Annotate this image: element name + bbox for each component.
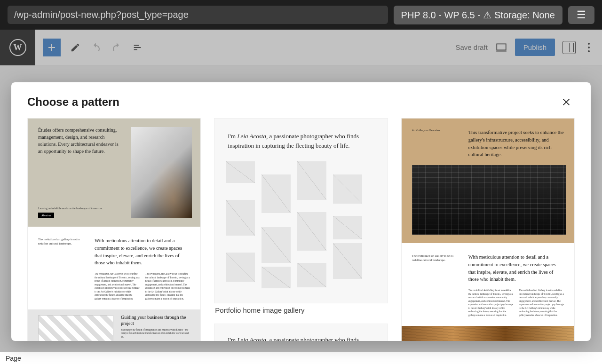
preview-paragraph: I'm Leia Acosta, a passionate photograph… xyxy=(228,335,369,341)
browser-topbar: /wp-admin/post-new.php?post_type=page PH… xyxy=(0,0,602,30)
preview-paragraph: Experience the fusion of imagination and… xyxy=(121,328,190,339)
pattern-preview: I'm Leia Acosta, a passionate photograph… xyxy=(214,118,388,303)
preview-text-block: Guiding your business through the projec… xyxy=(121,314,190,341)
preview-button: About us xyxy=(38,213,54,218)
preview-section: Art Gallery — Overview This transformati… xyxy=(402,119,574,243)
preview-section: The revitalized art gallery is set to re… xyxy=(28,227,200,309)
preview-text: I'm xyxy=(228,336,237,341)
modal-title: Choose a pattern xyxy=(27,95,119,109)
preview-gallery xyxy=(226,161,376,293)
preview-column-text: The revitalized Art Gallery is set to re… xyxy=(468,289,514,317)
editor-footer: Page xyxy=(0,352,602,364)
pattern-column: Art Gallery — Overview This transformati… xyxy=(401,118,575,341)
preview-text-block: With meticulous attention to detail and … xyxy=(95,237,190,305)
pattern-card-project-overview[interactable]: Art Gallery — Overview This transformati… xyxy=(401,118,575,341)
preview-column-text: The revitalized Art Gallery is set to re… xyxy=(145,272,190,301)
preview-section: Études offers comprehensive consulting, … xyxy=(28,119,200,227)
placeholder-image xyxy=(226,161,255,183)
placeholder-image xyxy=(333,216,362,239)
preview-image xyxy=(38,315,113,341)
preview-text-block: Études offers comprehensive consulting, … xyxy=(38,127,122,218)
pattern-card-portfolio-gallery-2[interactable]: I'm Leia Acosta, a passionate photograph… xyxy=(214,324,388,341)
preview-text-italic: Leia Acosta xyxy=(237,336,266,341)
pattern-card-about[interactable]: Études offers comprehensive consulting, … xyxy=(27,118,201,341)
preview-section: The revitalized art gallery is set to re… xyxy=(402,243,574,326)
preview-paragraph: Études offers comprehensive consulting, … xyxy=(38,127,122,155)
hamburger-icon: ☰ xyxy=(577,9,586,21)
url-bar[interactable]: /wp-admin/post-new.php?post_type=page xyxy=(8,6,388,24)
placeholder-image xyxy=(297,212,326,251)
editor-layer: Save draft Publish Page Choose a pattern xyxy=(0,30,602,364)
placeholder-image xyxy=(333,243,362,279)
preview-caption: The revitalized art gallery is set to re… xyxy=(412,253,459,321)
preview-text-italic: Leia Acosta xyxy=(237,133,266,140)
pattern-card-portfolio-gallery[interactable]: I'm Leia Acosta, a passionate photograph… xyxy=(214,118,388,319)
placeholder-image xyxy=(261,174,291,213)
placeholder-image xyxy=(261,267,291,288)
preview-caption: The revitalized art gallery is set to re… xyxy=(38,237,85,305)
pattern-column: Études offers comprehensive consulting, … xyxy=(27,118,201,341)
preview-row: Art Gallery — Overview This transformati… xyxy=(412,129,566,158)
preview-image xyxy=(402,326,574,341)
placeholder-image xyxy=(333,174,362,204)
pattern-column: I'm Leia Acosta, a passionate photograph… xyxy=(214,118,388,341)
pattern-preview: Art Gallery — Overview This transformati… xyxy=(401,118,575,341)
placeholder-image xyxy=(297,263,326,287)
preview-caption: Leaving an indelible mark on the landsca… xyxy=(38,207,122,210)
preview-caption: Art Gallery — Overview xyxy=(412,129,459,158)
preview-paragraph: With meticulous attention to detail and … xyxy=(95,237,190,267)
pattern-preview: I'm Leia Acosta, a passionate photograph… xyxy=(214,324,388,341)
close-button[interactable] xyxy=(558,94,575,111)
pattern-preview: Études offers comprehensive consulting, … xyxy=(27,118,201,341)
preview-paragraph: This transformative project seeks to enh… xyxy=(468,129,566,158)
breadcrumb[interactable]: Page xyxy=(6,355,21,362)
preview-section: Guiding your business through the projec… xyxy=(28,309,200,341)
preview-text: I'm xyxy=(228,133,237,140)
preview-text-block: With meticulous attention to detail and … xyxy=(468,253,564,321)
preview-paragraph: With meticulous attention to detail and … xyxy=(468,253,564,283)
preview-image xyxy=(131,127,192,218)
placeholder-image xyxy=(226,200,255,236)
preview-columns: The revitalized Art Gallery is set to re… xyxy=(95,272,190,301)
preview-image xyxy=(412,165,566,235)
modal-body: Études offers comprehensive consulting, … xyxy=(11,114,591,341)
pattern-grid: Études offers comprehensive consulting, … xyxy=(27,118,575,341)
environment-badge: PHP 8.0 - WP 6.5 - ⚠ Storage: None xyxy=(394,6,562,24)
placeholder-image xyxy=(261,227,291,263)
pattern-label: Portfolio home image gallery xyxy=(214,303,388,319)
preview-column-text: The revitalized Art Gallery is set to re… xyxy=(95,272,140,301)
pattern-modal: Choose a pattern Études offers comprehen… xyxy=(11,82,591,341)
preview-heading: Guiding your business through the projec… xyxy=(121,314,190,326)
placeholder-image xyxy=(297,161,326,200)
menu-button[interactable]: ☰ xyxy=(568,6,594,24)
preview-columns: The revitalized Art Gallery is set to re… xyxy=(468,289,564,317)
preview-column-text: The revitalized Art Gallery is set to re… xyxy=(519,289,564,317)
modal-header: Choose a pattern xyxy=(11,82,591,114)
preview-paragraph: I'm Leia Acosta, a passionate photograph… xyxy=(228,132,369,150)
close-icon xyxy=(561,97,571,107)
placeholder-image xyxy=(226,253,255,282)
